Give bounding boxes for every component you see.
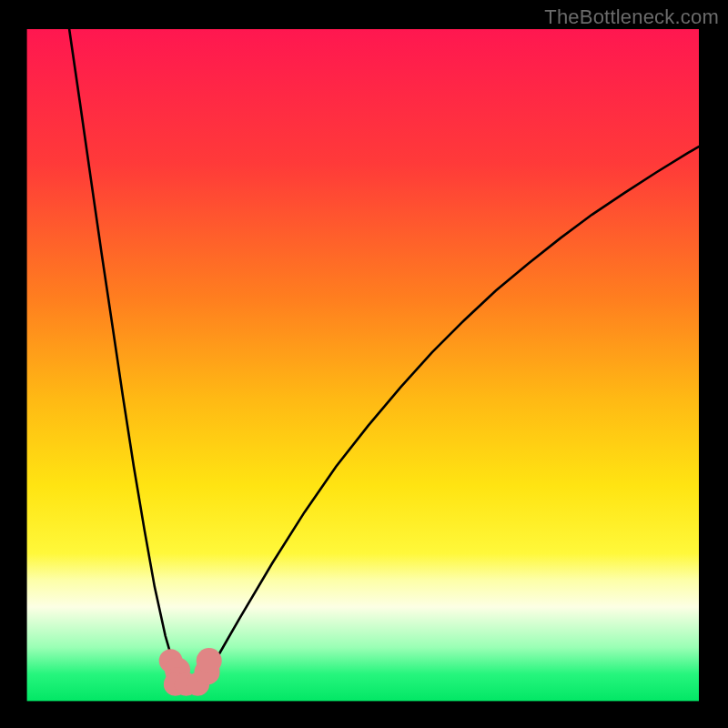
watermark-text: TheBottleneck.com (544, 5, 719, 29)
data-marker (197, 648, 222, 673)
bottleneck-chart (0, 0, 728, 728)
chart-field (27, 29, 699, 701)
chart-frame: TheBottleneck.com (0, 0, 728, 728)
